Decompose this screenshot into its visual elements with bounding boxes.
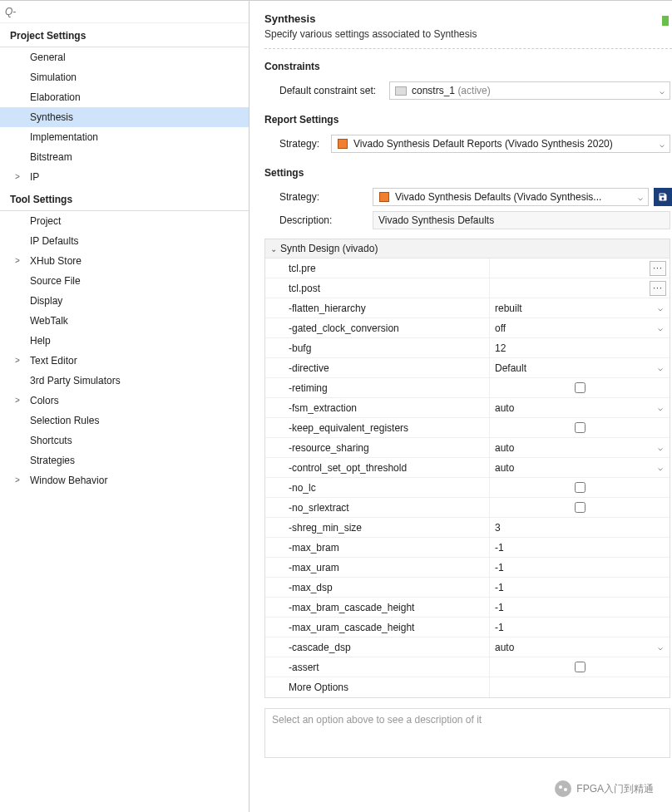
option-row[interactable]: -bufg12 bbox=[265, 338, 670, 358]
nav-item-general[interactable]: General bbox=[0, 47, 249, 67]
nav-item-3rd-party-simulators[interactable]: 3rd Party Simulators bbox=[0, 371, 249, 391]
option-value-cell[interactable] bbox=[490, 418, 670, 437]
option-value-cell[interactable]: -1 bbox=[490, 558, 670, 577]
chevron-down-icon: ⌵ bbox=[658, 463, 663, 472]
nav-item-elaboration[interactable]: Elaboration bbox=[0, 87, 249, 107]
option-row[interactable]: -shreg_min_size3 bbox=[265, 518, 670, 538]
nav-item-window-behavior[interactable]: >Window Behavior bbox=[0, 470, 249, 490]
nav-item-source-file[interactable]: Source File bbox=[0, 271, 249, 291]
option-value-cell[interactable] bbox=[490, 677, 670, 697]
option-checkbox[interactable] bbox=[575, 662, 586, 672]
option-row[interactable]: tcl.pre··· bbox=[265, 258, 670, 278]
option-value-cell[interactable]: -1 bbox=[490, 598, 670, 617]
nav-item-project[interactable]: Project bbox=[0, 211, 249, 231]
option-row[interactable]: -retiming bbox=[265, 378, 670, 398]
option-row[interactable]: -max_bram-1 bbox=[265, 538, 670, 558]
option-checkbox[interactable] bbox=[575, 502, 586, 513]
option-value-cell[interactable]: 12 bbox=[490, 338, 670, 357]
option-value-cell[interactable]: 3 bbox=[490, 518, 670, 537]
option-value-cell[interactable]: rebuilt⌵ bbox=[490, 298, 670, 317]
option-value-cell[interactable]: auto⌵ bbox=[490, 438, 670, 457]
option-value-cell[interactable]: ··· bbox=[490, 278, 670, 298]
option-name: tcl.post bbox=[265, 278, 490, 298]
nav-item-webtalk[interactable]: WebTalk bbox=[0, 311, 249, 331]
nav-item-implementation[interactable]: Implementation bbox=[0, 127, 249, 147]
folder-icon bbox=[395, 85, 407, 96]
option-checkbox[interactable] bbox=[575, 422, 586, 433]
option-row[interactable]: -gated_clock_conversionoff⌵ bbox=[265, 318, 670, 338]
browse-button[interactable]: ··· bbox=[650, 281, 666, 296]
option-value-cell[interactable]: auto⌵ bbox=[490, 637, 670, 657]
nav-item-help[interactable]: Help bbox=[0, 331, 249, 351]
option-row[interactable]: -flatten_hierarchyrebuilt⌵ bbox=[265, 298, 670, 318]
option-row[interactable]: -no_srlextract bbox=[265, 498, 670, 518]
nav-item-ip-defaults[interactable]: IP Defaults bbox=[0, 231, 249, 251]
option-value: -1 bbox=[495, 562, 504, 573]
option-row[interactable]: -cascade_dspauto⌵ bbox=[265, 637, 670, 657]
option-value-cell[interactable]: auto⌵ bbox=[490, 458, 670, 477]
nav-item-label: Colors bbox=[30, 395, 59, 406]
nav-item-bitstream[interactable]: Bitstream bbox=[0, 147, 249, 167]
constraint-suffix: (active) bbox=[457, 85, 490, 96]
search-input[interactable] bbox=[5, 4, 244, 19]
nav-item-label: Selection Rules bbox=[30, 415, 99, 426]
option-checkbox[interactable] bbox=[575, 382, 586, 393]
option-value-cell[interactable] bbox=[490, 657, 670, 677]
option-row[interactable]: -max_bram_cascade_height-1 bbox=[265, 598, 670, 618]
option-row[interactable]: More Options bbox=[265, 677, 670, 697]
option-row[interactable]: tcl.post··· bbox=[265, 278, 670, 298]
nav-item-simulation[interactable]: Simulation bbox=[0, 67, 249, 87]
settings-strategy-dropdown[interactable]: Vivado Synthesis Defaults (Vivado Synthe… bbox=[373, 188, 649, 206]
nav-item-display[interactable]: Display bbox=[0, 291, 249, 311]
nav-item-label: Project bbox=[30, 215, 61, 227]
option-row[interactable]: -max_uram_cascade_height-1 bbox=[265, 618, 670, 637]
chevron-down-icon: ⌄ bbox=[270, 244, 277, 253]
nav-item-label: Strategies bbox=[30, 455, 75, 466]
option-checkbox[interactable] bbox=[575, 482, 586, 493]
chevron-right-icon: > bbox=[15, 475, 20, 485]
nav-item-shortcuts[interactable]: Shortcuts bbox=[0, 431, 249, 450]
nav-item-label: XHub Store bbox=[30, 255, 82, 267]
option-row[interactable]: -assert bbox=[265, 657, 670, 677]
options-group-header[interactable]: ⌄ Synth Design (vivado) bbox=[265, 239, 670, 258]
option-value-cell[interactable]: ··· bbox=[490, 258, 670, 278]
option-row[interactable]: -max_uram-1 bbox=[265, 558, 670, 578]
nav-item-label: Implementation bbox=[30, 131, 98, 143]
default-constraint-dropdown[interactable]: constrs_1 (active) ⌵ bbox=[389, 81, 670, 100]
nav-item-colors[interactable]: >Colors bbox=[0, 391, 249, 411]
option-value-cell[interactable] bbox=[490, 478, 670, 497]
option-row[interactable]: -no_lc bbox=[265, 478, 670, 498]
save-button[interactable] bbox=[654, 188, 672, 206]
option-value-cell[interactable]: -1 bbox=[490, 538, 670, 557]
help-icon[interactable] bbox=[662, 16, 669, 26]
description-field[interactable]: Vivado Synthesis Defaults bbox=[373, 211, 670, 229]
option-value-cell[interactable]: -1 bbox=[490, 618, 670, 637]
option-value-cell[interactable] bbox=[490, 498, 670, 517]
option-name: -directive bbox=[265, 358, 490, 377]
nav-item-label: Shortcuts bbox=[30, 435, 72, 446]
nav-item-label: 3rd Party Simulators bbox=[30, 375, 121, 386]
nav-item-selection-rules[interactable]: Selection Rules bbox=[0, 411, 249, 431]
option-value-cell[interactable] bbox=[490, 378, 670, 397]
nav-item-xhub-store[interactable]: >XHub Store bbox=[0, 251, 249, 271]
nav-item-label: Text Editor bbox=[30, 355, 77, 367]
option-value-cell[interactable]: off⌵ bbox=[490, 318, 670, 337]
option-row[interactable]: -resource_sharingauto⌵ bbox=[265, 438, 670, 458]
option-row[interactable]: -directiveDefault⌵ bbox=[265, 358, 670, 378]
report-strategy-dropdown[interactable]: Vivado Synthesis Default Reports (Vivado… bbox=[331, 135, 670, 153]
nav-item-label: Window Behavior bbox=[30, 475, 107, 486]
option-value-cell[interactable]: Default⌵ bbox=[490, 358, 670, 377]
option-row[interactable]: -keep_equivalent_registers bbox=[265, 418, 670, 438]
option-value-cell[interactable]: auto⌵ bbox=[490, 398, 670, 417]
option-row[interactable]: -max_dsp-1 bbox=[265, 578, 670, 598]
nav-item-strategies[interactable]: Strategies bbox=[0, 450, 249, 470]
option-row[interactable]: -control_set_opt_thresholdauto⌵ bbox=[265, 458, 670, 478]
report-strategy-label: Strategy: bbox=[264, 138, 331, 150]
nav-item-ip[interactable]: >IP bbox=[0, 167, 249, 187]
chevron-down-icon: ⌵ bbox=[660, 140, 665, 149]
browse-button[interactable]: ··· bbox=[650, 261, 666, 276]
option-value-cell[interactable]: -1 bbox=[490, 578, 670, 597]
nav-item-synthesis[interactable]: Synthesis bbox=[0, 107, 249, 127]
nav-item-text-editor[interactable]: >Text Editor bbox=[0, 351, 249, 371]
option-row[interactable]: -fsm_extractionauto⌵ bbox=[265, 398, 670, 418]
